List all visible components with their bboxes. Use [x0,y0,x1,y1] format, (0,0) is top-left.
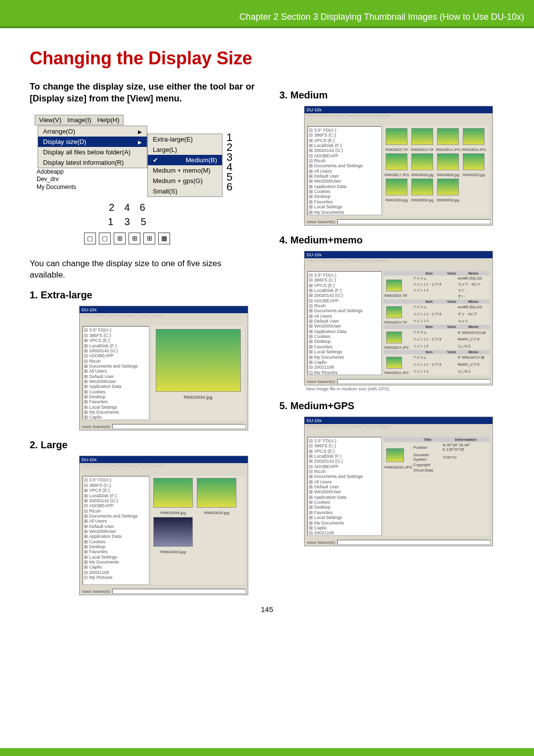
size-icon-3[interactable]: ⊞ [114,233,126,244]
size-icon-6[interactable]: ▦ [158,233,170,244]
thumb-m4[interactable] [463,128,485,145]
gps-col-title: Title [413,437,442,442]
thumb-m3[interactable] [437,128,459,145]
doc-top-bar [0,0,534,8]
size-icon-5[interactable]: ⊞ [143,233,155,244]
screenshot-medium: DU-10x File(F) Edit(E) View(V) Image(I) … [304,106,493,226]
screenshot-medium-memo: DU-10x File(F) Edit(E) View(V) Image(I) … [304,251,493,385]
size-icon-bar: ▢ ▢ ⊞ ⊞ ⊞ ▦ [84,233,170,244]
callout-top-2: 2 [109,202,114,213]
thumb-l3[interactable] [153,517,193,547]
thumb-m6-name: RIMG0020.jpg [409,173,435,177]
shot-bottom: Voice Search(S) [307,219,490,224]
shot-menu: File(F) Edit(E) View(V) Image(I) Tool(T)… [307,424,390,428]
size-icon-2[interactable]: ▢ [99,233,111,244]
menu-view[interactable]: View(V) [39,116,61,124]
size-medium-gps[interactable]: Medium + gps(G) [148,176,222,186]
thumb-m11[interactable] [437,179,459,195]
thumb-m5-name: RIMG0017.JPG [384,173,409,177]
shot-menu: File(F) Edit(E) View(V) Image(I) Tool(T)… [307,113,390,118]
thumb-m9-name: RIMG0334.jpg [384,198,409,202]
memo-col-item: Item [412,271,446,276]
thumb-xl[interactable] [156,329,241,392]
thumb-m7-name: RIMG0020.jpg [435,173,461,177]
shot-tree: ⊟ 3.5" FD(A:)⊟ 386FS (C:)⊞ VPCS (E:)⊞ Lo… [308,437,382,536]
shot-title: DU-10x [80,306,248,313]
menu-display-all[interactable]: Display all files below folder(A) [38,147,147,157]
thumb-l1[interactable] [153,478,193,508]
shot-main: RIMG0094.jpg RIMG0020.jpg RIMG0003.jpg [151,476,245,585]
menu-image[interactable]: Image(I) [67,116,91,124]
screenshot-extra-large: DU-10x File(F) Edit(E) View(V) Image(I) … [79,306,248,430]
view-menu: Arrange(O) Display size(D) Display all f… [38,126,147,168]
memo-col-memo: Memo [457,271,490,276]
callout-6: 6 [226,182,232,192]
shot-main: RIMG0015.TIF RIMG0019.TIF RIMG0014.JPG R… [384,126,490,215]
shot-tree: ⊟ 3.5" FD(A:)⊟ 386FS (C:)⊞ VPCS (E:)⊞ Lo… [83,476,149,585]
shot-menu: File(F) Edit(E) View(V) Image(I) Tool(T)… [307,258,390,263]
size-extra-large[interactable]: Extra-large(E) [148,134,222,144]
thumb-m5[interactable] [386,153,407,170]
menu-display-latest[interactable]: Display latest information(R) [38,157,147,168]
shot-bottom: Voice Search(S) [307,540,490,545]
screenshot-medium-gps: DU-10x File(F) Edit(E) View(V) Image(I) … [304,417,493,546]
shot-main: RIMG0034.jpg [151,326,245,420]
screenshot-large: DU-10x File(F) Edit(E) View(V) Image(I) … [79,456,248,595]
menu-bar: View(V) Image(I) Help(H) [35,115,124,125]
memo-thumb-3[interactable] [386,331,402,343]
size-medium[interactable]: Medium(B) [148,155,222,165]
body-text-1: You can change the display size to one o… [30,258,255,281]
thumb-m2[interactable] [411,128,433,145]
callout-bot-3: 3 [124,216,130,228]
gps-thumb-name: RIMG0016.JPG [384,465,412,470]
menu-display-size[interactable]: Display size(D) [38,137,147,147]
thumb-m7[interactable] [437,153,459,170]
size-small[interactable]: Small(S) [148,186,222,196]
heading-medium-gps: 5. Medium+GPS [279,400,504,412]
shot-tree: ⊟ 3.5" FD(A:)⊟ 386FS (C:)⊞ VPCS (E:)⊞ Lo… [308,126,382,215]
memo-thumb-2[interactable] [386,306,402,318]
thumb-l3-name: RIMG0003.jpg [151,550,195,554]
thumb-m8-name: RIMG0333.jpg [461,173,487,177]
thumb-m1[interactable] [386,128,407,145]
thumb-m6[interactable] [411,153,433,170]
memo-col-voice: Voice [446,271,457,276]
shot-title: DU-10x [305,106,492,113]
thumb-l2-name: RIMG0020.jpg [195,511,238,515]
heading-medium-memo: 4. Medium+memo [279,235,504,246]
shot-title: DU-10x [305,417,492,424]
thumb-m1-name: RIMG0015.TIF [384,148,409,151]
display-size-submenu: Extra-large(E) Large(L) Medium(B) Medium… [147,134,222,197]
thumb-m9[interactable] [386,179,407,195]
memo-thumb-4[interactable] [386,357,402,369]
memo-thumb-1-name: RIMG0019.TIF [384,294,411,297]
page-number: 145 [30,605,504,614]
callout-bot-1: 1 [108,216,113,228]
shot-title: DU-10x [305,251,492,258]
thumb-m2-name: RIMG0019.TIF [409,148,435,151]
size-icon-4[interactable]: ⊞ [129,233,140,244]
size-medium-memo[interactable]: Medium + memo(M) [148,165,222,176]
memo-thumb-1[interactable] [386,280,402,291]
shot-menu: File(F) Edit(E) View(V) Image(I) Tool(T)… [82,463,165,468]
menu-help[interactable]: Help(H) [97,116,120,124]
thumb-l2[interactable] [197,478,236,508]
thumb-m8[interactable] [463,153,485,170]
doc-bottom-bar [0,748,534,756]
thumb-m10[interactable] [411,179,433,195]
shot-main: TitleInformation RIMG0016.JPGPositionN.3… [384,437,490,536]
memo-footnote: New Image file in medium size (with GPS)… [306,386,504,391]
menu-arrange[interactable]: Arrange(O) [38,126,147,137]
memo-table: ItemVoiceMemo RIMG0019.TIFアイテムwork時:自転JJ… [384,271,490,375]
size-large[interactable]: Large(L) [148,144,222,155]
size-icon-1[interactable]: ▢ [84,233,96,244]
thumb-l1-name: RIMG0094.jpg [151,511,195,515]
shot-title: DU-10x [80,456,248,463]
memo-thumb-2-name: RIMG0015.TIF [384,321,411,324]
callout-top-4: 4 [124,202,130,213]
shot-tree: ⊟ 3.5" FD(A:)⊟ 386FS (C:)⊞ VPCS (E:)⊞ Lo… [308,271,382,375]
gps-thumb[interactable] [386,448,404,462]
thumb-m10-name: RIMG0036.jpg [409,198,435,202]
page-title: Changing the Display Size [30,48,504,69]
shot-bottom: Voice Search(S) [82,424,246,429]
